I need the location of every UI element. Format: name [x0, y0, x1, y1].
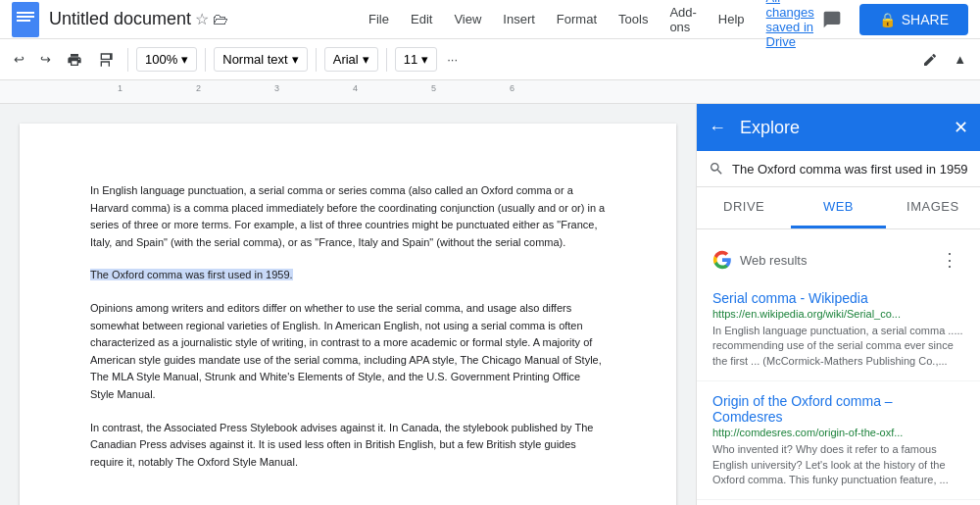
main-layout: In English language punctuation, a seria… — [0, 104, 980, 505]
ruler-mark-3: 3 — [274, 83, 279, 93]
menu-addons[interactable]: Add-ons — [660, 0, 706, 40]
lock-icon: 🔒 — [879, 12, 896, 27]
print-icon — [67, 52, 82, 68]
share-button[interactable]: 🔒 SHARE — [859, 4, 968, 35]
explore-tabs: DRIVE WEB IMAGES — [697, 187, 980, 229]
ruler-mark-5: 5 — [431, 83, 436, 93]
result-url-2: http://comdesres.com/origin-of-the-oxf..… — [712, 427, 964, 438]
font-size-arrow: ▾ — [421, 52, 428, 67]
web-results-header: Web results ⋮ — [697, 237, 980, 278]
doc-page: In English language punctuation, a seria… — [20, 124, 676, 505]
explore-header: ← Explore ✕ — [697, 104, 980, 151]
explore-close-button[interactable]: ✕ — [954, 117, 968, 138]
result-title-2[interactable]: Origin of the Oxford comma – Comdesres — [712, 393, 964, 425]
zoom-arrow: ▾ — [181, 52, 188, 67]
ruler-mark-6: 6 — [510, 83, 514, 93]
more-options-button[interactable]: ··· — [441, 48, 464, 71]
svg-rect-3 — [17, 20, 30, 22]
menu-file[interactable]: File — [359, 6, 399, 32]
explore-panel: ← Explore ✕ DRIVE WEB IMAGES Web results — [696, 104, 980, 505]
collapse-icon: ▲ — [954, 52, 966, 67]
zoom-value: 100% — [145, 52, 177, 67]
explore-title: Explore — [740, 118, 954, 138]
redo-button[interactable]: ↪ — [34, 48, 57, 71]
header-right: 🔒 SHARE — [814, 2, 968, 37]
menu-tools[interactable]: Tools — [609, 6, 658, 32]
separator-3 — [316, 48, 317, 72]
share-label: SHARE — [902, 12, 949, 27]
more-options-icon: ··· — [447, 52, 458, 67]
text-style-value: Normal text — [222, 52, 287, 67]
title-info: Untitled document ☆ 🗁 — [49, 9, 359, 29]
google-logo — [712, 250, 732, 270]
pencil-icon — [922, 52, 938, 68]
explore-search-bar — [697, 151, 980, 187]
highlighted-paragraph: The Oxford comma was first used in 1959. — [90, 267, 606, 284]
result-card-1: Serial comma - Wikipedia https://en.wiki… — [697, 278, 980, 381]
menu-view[interactable]: View — [444, 6, 491, 32]
font-size-dropdown[interactable]: 11 ▾ — [395, 47, 437, 72]
highlighted-text: The Oxford comma was first used in 1959. — [90, 269, 293, 280]
search-icon — [709, 161, 724, 177]
svg-rect-2 — [17, 16, 34, 18]
paragraph-1: In English language punctuation, a seria… — [90, 182, 606, 251]
font-arrow: ▾ — [363, 52, 369, 67]
result-snippet-1: In English language punctuation, a seria… — [712, 324, 964, 369]
explore-search-input[interactable] — [732, 162, 968, 177]
star-icon[interactable]: ☆ — [195, 10, 209, 28]
paragraph-2: Opinions among writers and editors diffe… — [90, 300, 606, 404]
text-style-dropdown[interactable]: Normal text ▾ — [214, 47, 307, 72]
folder-icon[interactable]: 🗁 — [213, 11, 228, 28]
tab-drive[interactable]: DRIVE — [697, 187, 791, 228]
document-area[interactable]: In English language punctuation, a seria… — [0, 104, 696, 505]
zoom-dropdown[interactable]: 100% ▾ — [136, 47, 197, 72]
redo-icon: ↪ — [40, 52, 51, 67]
ruler-mark-2: 2 — [196, 83, 201, 93]
save-status: All changes saved in Drive — [766, 0, 814, 49]
result-title-1[interactable]: Serial comma - Wikipedia — [712, 290, 964, 306]
menu-edit[interactable]: Edit — [401, 6, 442, 32]
font-value: Arial — [333, 52, 359, 67]
tab-images[interactable]: IMAGES — [886, 187, 980, 228]
separator-4 — [386, 48, 387, 72]
explore-back-button[interactable]: ← — [709, 118, 726, 138]
comment-button[interactable] — [814, 2, 850, 37]
tab-web[interactable]: WEB — [791, 187, 885, 228]
menu-insert[interactable]: Insert — [493, 6, 545, 32]
doc-title: Untitled document — [49, 9, 191, 29]
font-size-value: 11 — [404, 52, 417, 67]
menu-help[interactable]: Help — [709, 6, 755, 32]
collapse-toolbar-button[interactable]: ▲ — [948, 48, 972, 71]
undo-button[interactable]: ↩ — [8, 48, 30, 71]
text-style-arrow: ▾ — [292, 52, 299, 67]
pencil-button[interactable] — [916, 48, 944, 72]
doc-icon — [12, 2, 39, 37]
results-menu-button[interactable]: ⋮ — [935, 247, 964, 273]
svg-rect-1 — [17, 12, 34, 14]
paint-format-button[interactable] — [92, 48, 120, 72]
result-card-2: Origin of the Oxford comma – Comdesres h… — [697, 381, 980, 500]
undo-icon: ↩ — [14, 52, 24, 67]
menu-format[interactable]: Format — [547, 6, 607, 32]
ruler: 1 2 3 4 5 6 — [0, 80, 980, 104]
ruler-content: 1 2 3 4 5 6 — [0, 80, 980, 103]
result-snippet-2: Who invented it? Why does it refer to a … — [712, 442, 964, 487]
ruler-mark-4: 4 — [353, 83, 358, 93]
separator-2 — [205, 48, 206, 72]
title-bar: Untitled document ☆ 🗁 File Edit View Ins… — [0, 0, 980, 39]
web-results-label: Web results — [740, 253, 935, 268]
font-dropdown[interactable]: Arial ▾ — [324, 47, 378, 72]
results-area: Web results ⋮ Serial comma - Wikipedia h… — [697, 229, 980, 505]
ruler-mark-1: 1 — [118, 83, 122, 93]
paint-format-icon — [98, 52, 114, 68]
separator-1 — [127, 48, 128, 72]
paragraph-3: In contrast, the Associated Press Styleb… — [90, 420, 606, 472]
menu-bar: File Edit View Insert Format Tools Add-o… — [359, 0, 814, 49]
result-url-1: https://en.wikipedia.org/wiki/Serial_co.… — [712, 308, 964, 320]
print-button[interactable] — [61, 48, 88, 72]
